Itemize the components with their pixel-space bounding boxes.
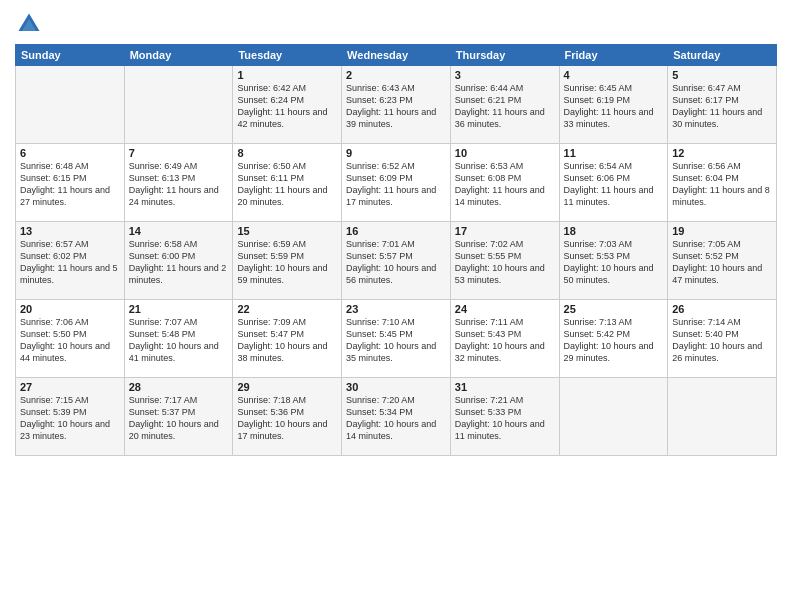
calendar-cell xyxy=(668,378,777,456)
col-header-sunday: Sunday xyxy=(16,45,125,66)
calendar-cell: 15Sunrise: 6:59 AM Sunset: 5:59 PM Dayli… xyxy=(233,222,342,300)
day-number: 13 xyxy=(20,225,120,237)
day-detail: Sunrise: 6:45 AM Sunset: 6:19 PM Dayligh… xyxy=(564,82,664,131)
day-detail: Sunrise: 7:10 AM Sunset: 5:45 PM Dayligh… xyxy=(346,316,446,365)
day-number: 25 xyxy=(564,303,664,315)
day-detail: Sunrise: 7:05 AM Sunset: 5:52 PM Dayligh… xyxy=(672,238,772,287)
day-number: 5 xyxy=(672,69,772,81)
calendar-cell: 11Sunrise: 6:54 AM Sunset: 6:06 PM Dayli… xyxy=(559,144,668,222)
calendar-cell xyxy=(559,378,668,456)
calendar-cell: 5Sunrise: 6:47 AM Sunset: 6:17 PM Daylig… xyxy=(668,66,777,144)
day-detail: Sunrise: 6:42 AM Sunset: 6:24 PM Dayligh… xyxy=(237,82,337,131)
calendar-cell: 25Sunrise: 7:13 AM Sunset: 5:42 PM Dayli… xyxy=(559,300,668,378)
week-row-4: 20Sunrise: 7:06 AM Sunset: 5:50 PM Dayli… xyxy=(16,300,777,378)
day-detail: Sunrise: 6:56 AM Sunset: 6:04 PM Dayligh… xyxy=(672,160,772,209)
day-number: 10 xyxy=(455,147,555,159)
day-number: 2 xyxy=(346,69,446,81)
day-detail: Sunrise: 6:49 AM Sunset: 6:13 PM Dayligh… xyxy=(129,160,229,209)
calendar-cell: 6Sunrise: 6:48 AM Sunset: 6:15 PM Daylig… xyxy=(16,144,125,222)
day-detail: Sunrise: 7:02 AM Sunset: 5:55 PM Dayligh… xyxy=(455,238,555,287)
day-number: 19 xyxy=(672,225,772,237)
calendar-cell: 14Sunrise: 6:58 AM Sunset: 6:00 PM Dayli… xyxy=(124,222,233,300)
calendar-cell: 16Sunrise: 7:01 AM Sunset: 5:57 PM Dayli… xyxy=(342,222,451,300)
calendar-cell: 3Sunrise: 6:44 AM Sunset: 6:21 PM Daylig… xyxy=(450,66,559,144)
col-header-tuesday: Tuesday xyxy=(233,45,342,66)
day-detail: Sunrise: 7:09 AM Sunset: 5:47 PM Dayligh… xyxy=(237,316,337,365)
calendar-cell: 27Sunrise: 7:15 AM Sunset: 5:39 PM Dayli… xyxy=(16,378,125,456)
day-number: 17 xyxy=(455,225,555,237)
day-detail: Sunrise: 7:01 AM Sunset: 5:57 PM Dayligh… xyxy=(346,238,446,287)
calendar-cell: 19Sunrise: 7:05 AM Sunset: 5:52 PM Dayli… xyxy=(668,222,777,300)
calendar-cell: 23Sunrise: 7:10 AM Sunset: 5:45 PM Dayli… xyxy=(342,300,451,378)
calendar-cell: 26Sunrise: 7:14 AM Sunset: 5:40 PM Dayli… xyxy=(668,300,777,378)
day-number: 21 xyxy=(129,303,229,315)
header xyxy=(15,10,777,38)
calendar-cell: 2Sunrise: 6:43 AM Sunset: 6:23 PM Daylig… xyxy=(342,66,451,144)
day-detail: Sunrise: 6:54 AM Sunset: 6:06 PM Dayligh… xyxy=(564,160,664,209)
week-row-1: 1Sunrise: 6:42 AM Sunset: 6:24 PM Daylig… xyxy=(16,66,777,144)
day-number: 7 xyxy=(129,147,229,159)
day-number: 30 xyxy=(346,381,446,393)
calendar-cell: 7Sunrise: 6:49 AM Sunset: 6:13 PM Daylig… xyxy=(124,144,233,222)
calendar-cell: 4Sunrise: 6:45 AM Sunset: 6:19 PM Daylig… xyxy=(559,66,668,144)
day-number: 28 xyxy=(129,381,229,393)
day-detail: Sunrise: 6:50 AM Sunset: 6:11 PM Dayligh… xyxy=(237,160,337,209)
calendar-cell: 9Sunrise: 6:52 AM Sunset: 6:09 PM Daylig… xyxy=(342,144,451,222)
calendar-cell: 17Sunrise: 7:02 AM Sunset: 5:55 PM Dayli… xyxy=(450,222,559,300)
day-number: 3 xyxy=(455,69,555,81)
day-number: 26 xyxy=(672,303,772,315)
day-detail: Sunrise: 7:20 AM Sunset: 5:34 PM Dayligh… xyxy=(346,394,446,443)
calendar-cell: 22Sunrise: 7:09 AM Sunset: 5:47 PM Dayli… xyxy=(233,300,342,378)
calendar-cell: 28Sunrise: 7:17 AM Sunset: 5:37 PM Dayli… xyxy=(124,378,233,456)
day-detail: Sunrise: 7:15 AM Sunset: 5:39 PM Dayligh… xyxy=(20,394,120,443)
day-number: 31 xyxy=(455,381,555,393)
day-detail: Sunrise: 6:59 AM Sunset: 5:59 PM Dayligh… xyxy=(237,238,337,287)
day-detail: Sunrise: 7:11 AM Sunset: 5:43 PM Dayligh… xyxy=(455,316,555,365)
day-detail: Sunrise: 6:48 AM Sunset: 6:15 PM Dayligh… xyxy=(20,160,120,209)
day-detail: Sunrise: 6:47 AM Sunset: 6:17 PM Dayligh… xyxy=(672,82,772,131)
day-detail: Sunrise: 6:52 AM Sunset: 6:09 PM Dayligh… xyxy=(346,160,446,209)
calendar-cell: 1Sunrise: 6:42 AM Sunset: 6:24 PM Daylig… xyxy=(233,66,342,144)
day-number: 12 xyxy=(672,147,772,159)
col-header-wednesday: Wednesday xyxy=(342,45,451,66)
day-number: 14 xyxy=(129,225,229,237)
day-number: 4 xyxy=(564,69,664,81)
calendar-cell: 8Sunrise: 6:50 AM Sunset: 6:11 PM Daylig… xyxy=(233,144,342,222)
day-detail: Sunrise: 7:17 AM Sunset: 5:37 PM Dayligh… xyxy=(129,394,229,443)
calendar-cell xyxy=(16,66,125,144)
calendar-table: SundayMondayTuesdayWednesdayThursdayFrid… xyxy=(15,44,777,456)
calendar-cell: 30Sunrise: 7:20 AM Sunset: 5:34 PM Dayli… xyxy=(342,378,451,456)
week-row-5: 27Sunrise: 7:15 AM Sunset: 5:39 PM Dayli… xyxy=(16,378,777,456)
day-detail: Sunrise: 6:57 AM Sunset: 6:02 PM Dayligh… xyxy=(20,238,120,287)
calendar-cell: 21Sunrise: 7:07 AM Sunset: 5:48 PM Dayli… xyxy=(124,300,233,378)
day-number: 1 xyxy=(237,69,337,81)
day-detail: Sunrise: 6:44 AM Sunset: 6:21 PM Dayligh… xyxy=(455,82,555,131)
day-number: 29 xyxy=(237,381,337,393)
col-header-friday: Friday xyxy=(559,45,668,66)
day-number: 16 xyxy=(346,225,446,237)
day-number: 27 xyxy=(20,381,120,393)
day-number: 6 xyxy=(20,147,120,159)
calendar-cell: 29Sunrise: 7:18 AM Sunset: 5:36 PM Dayli… xyxy=(233,378,342,456)
calendar-cell: 18Sunrise: 7:03 AM Sunset: 5:53 PM Dayli… xyxy=(559,222,668,300)
day-number: 22 xyxy=(237,303,337,315)
day-detail: Sunrise: 7:18 AM Sunset: 5:36 PM Dayligh… xyxy=(237,394,337,443)
col-header-saturday: Saturday xyxy=(668,45,777,66)
day-detail: Sunrise: 7:21 AM Sunset: 5:33 PM Dayligh… xyxy=(455,394,555,443)
day-detail: Sunrise: 7:06 AM Sunset: 5:50 PM Dayligh… xyxy=(20,316,120,365)
day-number: 9 xyxy=(346,147,446,159)
day-detail: Sunrise: 6:58 AM Sunset: 6:00 PM Dayligh… xyxy=(129,238,229,287)
logo-icon xyxy=(15,10,43,38)
day-number: 8 xyxy=(237,147,337,159)
page: SundayMondayTuesdayWednesdayThursdayFrid… xyxy=(0,0,792,612)
calendar-cell: 10Sunrise: 6:53 AM Sunset: 6:08 PM Dayli… xyxy=(450,144,559,222)
calendar-cell: 24Sunrise: 7:11 AM Sunset: 5:43 PM Dayli… xyxy=(450,300,559,378)
day-detail: Sunrise: 7:13 AM Sunset: 5:42 PM Dayligh… xyxy=(564,316,664,365)
day-detail: Sunrise: 7:07 AM Sunset: 5:48 PM Dayligh… xyxy=(129,316,229,365)
calendar-cell xyxy=(124,66,233,144)
calendar-cell: 13Sunrise: 6:57 AM Sunset: 6:02 PM Dayli… xyxy=(16,222,125,300)
day-number: 15 xyxy=(237,225,337,237)
day-number: 18 xyxy=(564,225,664,237)
calendar-cell: 12Sunrise: 6:56 AM Sunset: 6:04 PM Dayli… xyxy=(668,144,777,222)
logo xyxy=(15,10,47,38)
